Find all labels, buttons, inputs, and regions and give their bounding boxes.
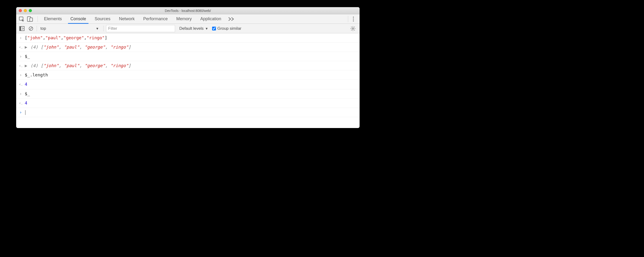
entry-content: $_.length (25, 72, 357, 78)
console-output[interactable]: ›["john","paul","george","ringo"]‹․▶ (4)… (16, 33, 360, 128)
text-cursor (25, 110, 26, 115)
tab-performance[interactable]: Performance (139, 14, 172, 24)
devtools-menu-button[interactable] (350, 15, 356, 23)
tab-console[interactable]: Console (66, 14, 90, 24)
group-similar-label: Group similar (217, 26, 242, 31)
output-marker-icon: ‹․ (18, 100, 23, 106)
code-token: "paul" (46, 35, 61, 40)
log-levels-select[interactable]: Default levels ▼ (178, 26, 208, 31)
console-settings-icon[interactable] (350, 25, 356, 32)
expand-object-icon[interactable]: ▶ (25, 63, 27, 69)
divider (348, 16, 348, 22)
array-length-preview: (4) (28, 45, 41, 50)
show-console-sidebar-icon[interactable] (18, 25, 25, 32)
tabs-overflow-button[interactable] (226, 14, 238, 24)
console-input-entry: ›$_ (16, 89, 360, 99)
execution-context-label: top (40, 26, 46, 31)
code-token: $_.length (25, 72, 48, 77)
log-levels-label: Default levels (179, 26, 204, 31)
input-marker-icon: › (18, 35, 23, 41)
titlebar: DevTools - localhost:8080/web/ (16, 7, 360, 14)
chevron-down-icon: ▼ (96, 27, 99, 31)
code-token: , (61, 35, 64, 40)
code-token: "paul" (64, 63, 80, 68)
code-token: [ (41, 45, 43, 50)
input-marker-icon: › (18, 53, 23, 60)
code-token: "john" (43, 45, 59, 50)
divider (104, 26, 104, 32)
minimize-window-button[interactable] (24, 9, 27, 12)
array-length-preview: (4) (28, 63, 41, 68)
code-token: $_ (25, 54, 30, 59)
main-tabstrip: ElementsConsoleSourcesNetworkPerformance… (16, 14, 360, 24)
code-token: ] (128, 45, 131, 50)
close-window-button[interactable] (19, 9, 22, 12)
window-title: DevTools - localhost:8080/web/ (16, 9, 360, 13)
prompt-marker-icon: › (18, 109, 23, 115)
console-input-entry: ›$_ (16, 52, 360, 61)
code-token: , (80, 63, 85, 68)
code-token: , (105, 63, 110, 68)
entry-content: 4 (25, 81, 357, 87)
svg-line-13 (354, 30, 354, 30)
code-token: "george" (64, 35, 84, 40)
tab-label: Elements (44, 17, 62, 22)
tabstrip-left-tools (18, 14, 36, 24)
inspect-element-icon[interactable] (18, 16, 25, 22)
clear-console-icon[interactable] (28, 25, 34, 32)
group-similar-checkbox[interactable] (212, 27, 216, 31)
code-token: "paul" (64, 45, 80, 50)
console-toolbar: top ▼ Default levels ▼ Group similar (16, 24, 360, 33)
entry-content: 4 (25, 100, 357, 106)
tab-label: Console (70, 17, 86, 22)
entry-content: ▶ (4) ["john", "paul", "george", "ringo"… (25, 63, 357, 69)
svg-line-15 (351, 30, 352, 30)
code-token: , (80, 45, 85, 50)
tab-network[interactable]: Network (115, 14, 139, 24)
code-token: $_ (25, 91, 30, 96)
code-token: ] (105, 35, 107, 40)
code-token: [ (25, 35, 27, 40)
console-result-entry: ‹․▶ (4) ["john", "paul", "george", "ring… (16, 61, 360, 70)
expand-object-icon[interactable]: ▶ (25, 44, 27, 50)
divider (38, 16, 38, 22)
tab-memory[interactable]: Memory (172, 14, 196, 24)
console-filter-input[interactable] (106, 25, 175, 32)
code-token: "george" (84, 45, 105, 50)
code-token: ] (128, 63, 131, 68)
toggle-device-toolbar-icon[interactable] (27, 16, 33, 22)
tab-label: Application (200, 17, 221, 22)
console-result-entry: ‹․4 (16, 80, 360, 89)
code-token: "john" (43, 63, 59, 68)
entry-content: $_ (25, 53, 357, 60)
code-token: "ringo" (110, 63, 128, 68)
zoom-window-button[interactable] (29, 9, 32, 12)
output-marker-icon: ‹․ (18, 44, 23, 50)
console-input-entry: ›["john","paul","george","ringo"] (16, 33, 360, 43)
tab-label: Sources (95, 17, 110, 22)
tab-label: Network (119, 17, 134, 22)
tabs: ElementsConsoleSourcesNetworkPerformance… (40, 14, 226, 24)
code-token: , (59, 63, 64, 68)
svg-point-7 (352, 28, 354, 29)
entry-content: $_ (25, 91, 357, 97)
execution-context-select[interactable]: top ▼ (39, 25, 101, 32)
tab-elements[interactable]: Elements (40, 14, 66, 24)
code-token: "george" (84, 63, 105, 68)
svg-rect-2 (30, 18, 32, 22)
group-similar-toggle[interactable]: Group similar (211, 26, 242, 31)
devtools-window: DevTools - localhost:8080/web/ ElementsC… (16, 7, 360, 128)
tab-label: Memory (176, 17, 192, 22)
output-marker-icon: ‹․ (18, 81, 23, 87)
input-marker-icon: › (18, 72, 23, 78)
tab-application[interactable]: Application (196, 14, 226, 24)
tab-label: Performance (143, 17, 168, 22)
console-result-entry: ‹․▶ (4) ["john", "paul", "george", "ring… (16, 43, 360, 52)
entry-content: ▶ (4) ["john", "paul", "george", "ringo"… (25, 44, 357, 50)
tab-sources[interactable]: Sources (90, 14, 115, 24)
code-token: , (59, 45, 64, 50)
code-token: "john" (27, 35, 43, 40)
entry-content: ["john","paul","george","ringo"] (25, 35, 357, 41)
divider (36, 26, 37, 32)
console-prompt[interactable]: › (16, 108, 360, 117)
